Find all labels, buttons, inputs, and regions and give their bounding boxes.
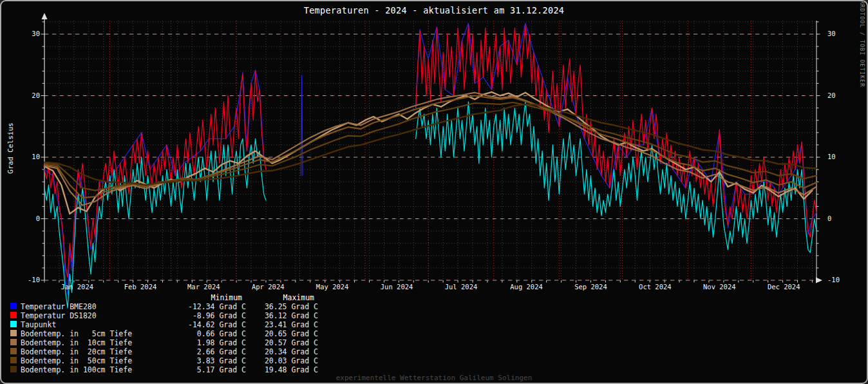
legend-min-value: 0.66 Grad C bbox=[149, 329, 246, 338]
x-axis-month-label: Apr 2024 bbox=[240, 283, 296, 291]
legend-row: Bodentemp. in 10cm Tiefe1.98 Grad C20.57… bbox=[1, 338, 349, 347]
y-axis-label: Grad Celsius bbox=[6, 122, 15, 173]
station-footer: experimentelle Wetterstation Galileum So… bbox=[1, 374, 867, 382]
y-axis-tick-label: 20 bbox=[17, 91, 40, 99]
y-axis-tick-label: -10 bbox=[17, 276, 40, 283]
y-axis-tick-label-right: 30 bbox=[827, 30, 851, 37]
legend-row: Bodentemp. in 50cm Tiefe3.83 Grad C20.03… bbox=[1, 356, 349, 365]
legend-max-value: 20.65 Grad C bbox=[246, 329, 318, 338]
legend-color-swatch bbox=[10, 348, 17, 354]
legend-min-value: 1.98 Grad C bbox=[149, 338, 246, 347]
legend-row: Bodentemp. in 20cm Tiefe2.66 Grad C20.34… bbox=[1, 347, 349, 356]
legend-color-swatch bbox=[10, 330, 17, 336]
legend-row: Taupunkt-14.62 Grad C23.41 Grad C bbox=[1, 320, 349, 329]
x-axis-month-label: Aug 2024 bbox=[499, 283, 554, 291]
legend-max-header: Maximum bbox=[246, 293, 314, 302]
legend-row: Temperatur DS1820-8.96 Grad C36.12 Grad … bbox=[1, 311, 349, 320]
chart-title: Temperaturen - 2024 - aktualisiert am 31… bbox=[1, 5, 867, 15]
chart-canvas: Temperaturen - 2024 - aktualisiert am 31… bbox=[0, 0, 868, 384]
legend-min-value: -14.62 Grad C bbox=[149, 320, 246, 329]
x-axis-month-label: Dec 2024 bbox=[756, 283, 811, 291]
legend-max-value: 23.41 Grad C bbox=[246, 320, 318, 329]
x-axis-month-label: Feb 2024 bbox=[113, 283, 168, 291]
legend-color-swatch bbox=[10, 321, 17, 327]
y-axis-tick-label: 0 bbox=[17, 215, 40, 222]
x-axis-month-label: Jul 2024 bbox=[433, 283, 489, 291]
legend-min-value: 5.17 Grad C bbox=[149, 365, 246, 374]
legend-color-swatch bbox=[10, 366, 17, 372]
legend-row: Temperatur BME280-12.34 Grad C36.25 Grad… bbox=[1, 302, 349, 311]
legend-max-value: 20.57 Grad C bbox=[246, 338, 318, 347]
legend-row: Bodentemp. in 5cm Tiefe0.66 Grad C20.65 … bbox=[1, 329, 349, 338]
legend-min-value: -12.34 Grad C bbox=[149, 302, 246, 311]
y-axis-tick-label: 10 bbox=[17, 153, 40, 160]
y-axis-tick-label-right: 20 bbox=[827, 91, 851, 99]
x-axis-month-label: Jun 2024 bbox=[369, 283, 424, 291]
legend-series-label: Temperatur DS1820 bbox=[21, 311, 97, 320]
legend-series-label: Bodentemp. in 100cm Tiefe bbox=[21, 365, 132, 374]
legend-row: Bodentemp. in 100cm Tiefe5.17 Grad C19.4… bbox=[1, 365, 349, 374]
legend-series-label: Bodentemp. in 10cm Tiefe bbox=[21, 338, 132, 347]
y-axis-tick-label: 30 bbox=[17, 30, 40, 37]
legend-series-label: Bodentemp. in 20cm Tiefe bbox=[21, 347, 132, 356]
legend-max-value: 20.34 Grad C bbox=[246, 347, 318, 356]
rrdtool-watermark: RRDTOOL / TOBI OETIKER bbox=[859, 1, 865, 88]
x-axis-month-label: Jan 2024 bbox=[50, 283, 105, 291]
legend-color-swatch bbox=[10, 312, 17, 318]
x-axis-month-label: Oct 2024 bbox=[627, 283, 683, 291]
x-axis-month-label: Sep 2024 bbox=[563, 283, 618, 291]
x-axis-month-label: Nov 2024 bbox=[692, 283, 747, 291]
legend-series-label: Bodentemp. in 5cm Tiefe bbox=[21, 329, 132, 338]
legend-series-label: Temperatur BME280 bbox=[21, 302, 97, 311]
legend-series-label: Bodentemp. in 50cm Tiefe bbox=[21, 356, 132, 365]
legend-max-value: 20.03 Grad C bbox=[246, 356, 318, 365]
legend-max-value: 36.25 Grad C bbox=[246, 302, 318, 311]
x-axis-month-label: May 2024 bbox=[305, 283, 360, 291]
y-axis-tick-label-right: 0 bbox=[827, 215, 851, 222]
x-axis-month-label: Mar 2024 bbox=[176, 283, 231, 291]
legend-max-value: 36.12 Grad C bbox=[246, 311, 318, 320]
legend-max-value: 19.48 Grad C bbox=[246, 365, 318, 374]
legend-min-value: -8.96 Grad C bbox=[149, 311, 246, 320]
legend-min-value: 2.66 Grad C bbox=[149, 347, 246, 356]
legend-color-swatch bbox=[10, 357, 17, 363]
legend-min-header: Minimum bbox=[149, 293, 242, 302]
y-axis-tick-label-right: -10 bbox=[827, 276, 851, 283]
legend-series-label: Taupunkt bbox=[21, 320, 56, 329]
legend-color-swatch bbox=[10, 303, 17, 309]
legend-color-swatch bbox=[10, 339, 17, 345]
legend-min-value: 3.83 Grad C bbox=[149, 356, 246, 365]
y-axis-tick-label-right: 10 bbox=[827, 153, 851, 160]
